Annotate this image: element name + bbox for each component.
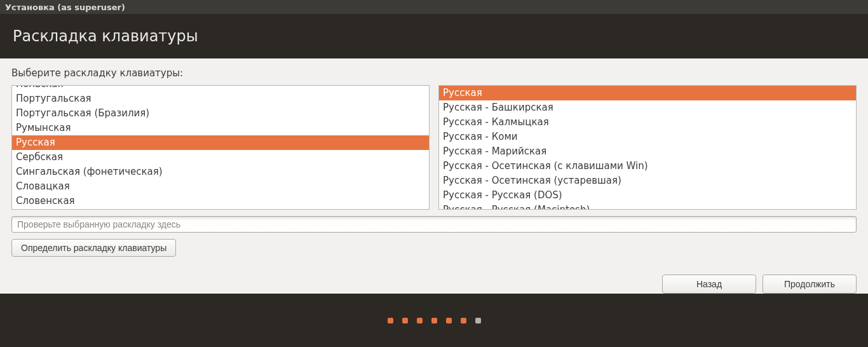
list-item[interactable]: Русская: [439, 86, 856, 100]
progress-dots: [388, 318, 481, 323]
content-area: Выберите раскладку клавиатуры: ПольскаяП…: [0, 58, 868, 294]
list-item[interactable]: Словенская: [12, 194, 429, 208]
nav-buttons: Назад Продолжить: [11, 275, 857, 294]
list-item[interactable]: Португальская: [12, 92, 429, 106]
list-item[interactable]: Португальская (Бразилия): [12, 106, 429, 121]
back-button[interactable]: Назад: [662, 275, 756, 294]
footer: [0, 294, 868, 347]
list-item[interactable]: Русская - Осетинская (устаревшая): [439, 174, 856, 188]
list-item[interactable]: Русская - Русская (Macintosh): [439, 203, 856, 210]
detect-row: Определить раскладку клавиатуры: [11, 239, 857, 257]
window-titlebar: Установка (as superuser): [0, 0, 868, 14]
progress-dot: [461, 318, 466, 323]
progress-dot: [475, 318, 481, 323]
instruction-label: Выберите раскладку клавиатуры:: [11, 67, 857, 79]
list-item[interactable]: Словацкая: [12, 179, 429, 194]
list-item[interactable]: Сербская: [12, 150, 429, 165]
detect-layout-button[interactable]: Определить раскладку клавиатуры: [11, 239, 176, 257]
page-title: Раскладка клавиатуры: [13, 27, 198, 45]
list-item[interactable]: Румынская: [12, 121, 429, 135]
list-item[interactable]: Русская: [12, 135, 429, 150]
list-item[interactable]: Русская - Марийская: [439, 144, 856, 159]
progress-dot: [446, 318, 452, 323]
list-item[interactable]: Сингальская (фонетическая): [12, 165, 429, 179]
progress-dot: [402, 318, 408, 323]
progress-dot: [388, 318, 393, 323]
layout-family-list[interactable]: ПольскаяПортугальскаяПортугальская (Браз…: [11, 85, 430, 210]
list-item[interactable]: Русская - Осетинская (с клавишами Win): [439, 159, 856, 174]
layout-variant-list[interactable]: РусскаяРусская - БашкирскаяРусская - Кал…: [438, 85, 857, 210]
list-item[interactable]: Русская - Коми: [439, 130, 856, 144]
layout-lists: ПольскаяПортугальскаяПортугальская (Браз…: [11, 85, 857, 210]
progress-dot: [417, 318, 423, 323]
window-title: Установка (as superuser): [5, 3, 125, 12]
list-item[interactable]: Польская: [12, 85, 429, 92]
page-header: Раскладка клавиатуры: [0, 14, 868, 58]
test-layout-input[interactable]: [11, 216, 857, 233]
list-item[interactable]: Русская - Калмыцкая: [439, 115, 856, 130]
list-item[interactable]: Русская - Русская (DOS): [439, 188, 856, 203]
list-item[interactable]: Русская - Башкирская: [439, 100, 856, 115]
progress-dot: [431, 318, 437, 323]
continue-button[interactable]: Продолжить: [763, 275, 857, 294]
